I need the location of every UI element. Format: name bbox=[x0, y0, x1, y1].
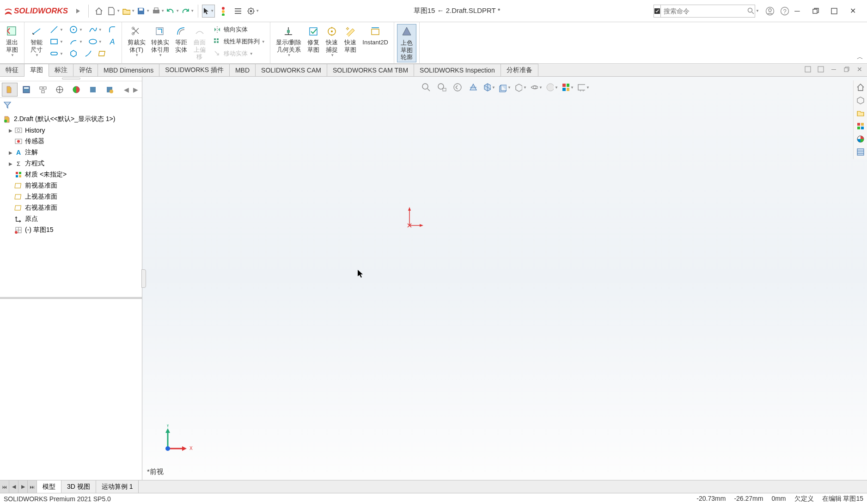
tab-inspection[interactable]: SOLIDWORKS Inspection bbox=[414, 64, 501, 76]
tab-nav-first-icon[interactable]: ⏮ bbox=[0, 480, 9, 493]
tree-item[interactable]: 上视基准面 bbox=[0, 191, 142, 202]
tab-nav-last-icon[interactable]: ⏭ bbox=[28, 480, 37, 493]
select-cursor-icon[interactable]: ▼ bbox=[202, 5, 215, 18]
offset-button[interactable]: 等距 实体 bbox=[172, 24, 190, 54]
play-icon[interactable] bbox=[72, 5, 85, 18]
spline-tool-icon[interactable]: ▼ bbox=[86, 24, 104, 35]
settings-gear-icon[interactable]: ▼ bbox=[246, 5, 259, 18]
rapid-sketch-button[interactable]: 快速 草图 bbox=[341, 24, 360, 54]
hide-show-icon[interactable]: ▼ bbox=[514, 81, 527, 93]
tab-nav-prev-icon[interactable]: ◀ bbox=[9, 480, 18, 493]
tab-analysis[interactable]: 分析准备 bbox=[501, 64, 538, 76]
circle-tool-icon[interactable]: ▼ bbox=[67, 24, 85, 35]
user-icon[interactable] bbox=[763, 5, 776, 18]
mirror-button[interactable]: 镜向实体 bbox=[211, 24, 267, 35]
linear-pattern-button[interactable]: 线性草图阵列▼ bbox=[211, 36, 267, 47]
panel-tab-next-icon[interactable]: ▶ bbox=[131, 85, 140, 94]
cam-tab-icon[interactable] bbox=[85, 83, 101, 97]
doc-minimize-icon[interactable]: ─ bbox=[829, 65, 838, 74]
view-settings-icon[interactable]: ▼ bbox=[561, 81, 574, 93]
tree-item[interactable]: 传感器 bbox=[0, 136, 142, 147]
feature-tree[interactable]: 2.Draft (默认<<默认>_显示状态 1>) ▶History 传感器 ▶… bbox=[0, 112, 142, 297]
ellipse-tool-icon[interactable]: ▼ bbox=[86, 36, 104, 47]
restore-button[interactable] bbox=[811, 6, 821, 16]
zoom-area-icon[interactable] bbox=[435, 81, 448, 93]
view-orientation-icon[interactable]: ▼ bbox=[482, 81, 495, 93]
edit-appearance-icon[interactable]: ▼ bbox=[530, 81, 543, 93]
fillet-tool-icon[interactable] bbox=[106, 24, 119, 35]
arc-tool-icon[interactable]: ▼ bbox=[67, 36, 85, 47]
tab-mbd-dimensions[interactable]: MBD Dimensions bbox=[98, 64, 159, 76]
dimxpert-tab-icon[interactable] bbox=[52, 83, 67, 97]
open-file-icon[interactable]: ▼ bbox=[122, 5, 135, 18]
doc-close-icon[interactable]: ✕ bbox=[855, 65, 864, 74]
display-delete-relations-button[interactable]: 显示/删除 几何关系 ▼ bbox=[273, 24, 305, 58]
display-style-icon[interactable]: ▼ bbox=[498, 81, 511, 93]
cam-tree-tab-icon[interactable] bbox=[102, 83, 117, 97]
undo-icon[interactable]: ▼ bbox=[166, 5, 179, 18]
search-icon[interactable]: ▼ bbox=[747, 7, 759, 15]
search-box[interactable]: ▼ bbox=[653, 5, 755, 18]
resources-tab-icon[interactable] bbox=[855, 94, 867, 106]
section-view-icon[interactable] bbox=[467, 81, 480, 93]
new-file-icon[interactable]: ▼ bbox=[107, 5, 120, 18]
tree-item[interactable]: (-) 草图15 bbox=[0, 225, 142, 236]
doc-maximize-icon[interactable] bbox=[842, 65, 851, 74]
render-icon[interactable]: ▼ bbox=[577, 81, 590, 93]
doc-next-icon[interactable] bbox=[816, 65, 825, 74]
tree-item[interactable]: ▶History bbox=[0, 125, 142, 136]
appearances-tab-icon[interactable] bbox=[855, 146, 867, 158]
quick-snap-button[interactable]: 快速 捕捉 ▼ bbox=[323, 24, 341, 58]
motion-study-tab[interactable]: 运动算例 1 bbox=[96, 480, 139, 493]
tab-cam-tbm[interactable]: SOLIDWORKS CAM TBM bbox=[327, 64, 414, 76]
panel-collapse-handle[interactable] bbox=[141, 269, 146, 288]
tree-root[interactable]: 2.Draft (默认<<默认>_显示状态 1>) bbox=[0, 114, 142, 125]
feature-tree-tab-icon[interactable] bbox=[2, 83, 18, 97]
property-manager-tab-icon[interactable] bbox=[18, 83, 34, 97]
point-tool-icon[interactable] bbox=[82, 48, 95, 59]
save-icon[interactable]: ▼ bbox=[137, 5, 150, 18]
previous-view-icon[interactable] bbox=[451, 81, 464, 93]
close-button[interactable]: ✕ bbox=[848, 6, 858, 16]
tab-mbd[interactable]: MBD bbox=[230, 64, 256, 76]
shaded-sketch-button[interactable]: 上色 草图 轮廓 bbox=[397, 24, 416, 62]
line-tool-icon[interactable]: ▼ bbox=[48, 24, 65, 35]
tree-item[interactable]: 前视基准面 bbox=[0, 180, 142, 191]
slot-tool-icon[interactable]: ▼ bbox=[48, 48, 65, 59]
smart-dimension-button[interactable]: 智能 尺寸 ▼ bbox=[27, 24, 46, 58]
model-tab[interactable]: 模型 bbox=[37, 480, 61, 493]
zoom-fit-icon[interactable] bbox=[420, 81, 433, 93]
ribbon-collapse-icon[interactable]: ︿ bbox=[857, 53, 863, 61]
design-library-tab-icon[interactable] bbox=[855, 107, 867, 119]
tab-evaluate[interactable]: 评估 bbox=[73, 64, 98, 76]
text-tool-icon[interactable]: A bbox=[106, 36, 119, 47]
tab-annotate[interactable]: 标注 bbox=[49, 64, 73, 76]
plane-tool-icon[interactable] bbox=[97, 48, 110, 59]
display-manager-tab-icon[interactable] bbox=[68, 83, 84, 97]
rectangle-tool-icon[interactable]: ▼ bbox=[48, 36, 65, 47]
help-icon[interactable]: ? bbox=[778, 5, 791, 18]
file-explorer-tab-icon[interactable] bbox=[855, 120, 867, 132]
instant2d-button[interactable]: Instant2D bbox=[360, 24, 391, 47]
doc-prev-icon[interactable] bbox=[803, 65, 812, 74]
list-icon[interactable] bbox=[232, 5, 244, 18]
graphics-viewport[interactable]: ▼ ▼ ▼ ▼ ▼ ▼ ▼ Y X bbox=[142, 77, 867, 480]
panel-tab-prev-icon[interactable]: ◀ bbox=[122, 85, 131, 94]
tree-item[interactable]: 原点 bbox=[0, 213, 142, 225]
minimize-button[interactable]: ─ bbox=[792, 6, 802, 16]
tab-cam[interactable]: SOLIDWORKS CAM bbox=[256, 64, 327, 76]
trim-button[interactable]: 剪裁实 体(T) ▼ bbox=[125, 24, 148, 58]
tree-item[interactable]: ▶A注解 bbox=[0, 147, 142, 158]
home-icon[interactable] bbox=[92, 5, 105, 18]
search-input[interactable] bbox=[661, 7, 747, 15]
maximize-button[interactable] bbox=[829, 6, 839, 16]
home-tab-icon[interactable] bbox=[855, 81, 867, 93]
tree-item[interactable]: 右视基准面 bbox=[0, 202, 142, 213]
tree-item[interactable]: ▶Σ方程式 bbox=[0, 158, 142, 169]
tab-addins[interactable]: SOLIDWORKS 插件 bbox=[159, 64, 230, 76]
print-icon[interactable]: ▼ bbox=[152, 5, 165, 18]
filter-icon[interactable] bbox=[3, 100, 12, 109]
apply-scene-icon[interactable]: ▼ bbox=[545, 81, 558, 93]
redo-icon[interactable]: ▼ bbox=[181, 5, 194, 18]
view-palette-tab-icon[interactable] bbox=[855, 133, 867, 145]
